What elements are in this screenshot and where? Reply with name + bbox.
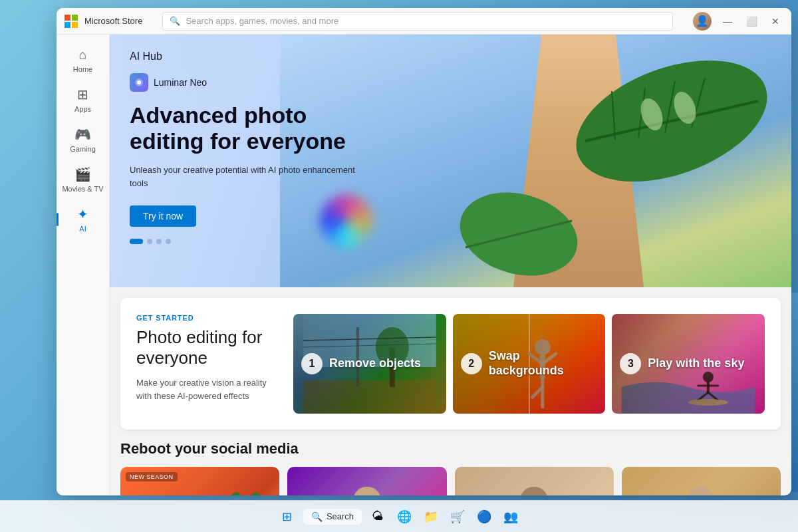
window-title: Microsoft Store	[84, 16, 142, 26]
start-button[interactable]: ⊞	[277, 506, 298, 527]
taskbar-edge2[interactable]: 🔵	[473, 506, 495, 527]
get-started-description: Make your creative vision a reality with…	[136, 376, 283, 402]
hero-banner: AI Hub Luminar Neo Advanced photo editin…	[110, 35, 791, 287]
sidebar-movies-label: Movies & TV	[62, 185, 103, 193]
gaming-icon: 🎮	[74, 126, 91, 142]
reboot-section: Reboot your social media New Season LOOK	[110, 440, 791, 495]
hero-section-label: AI Hub	[130, 51, 356, 63]
person-silhouette-3	[514, 480, 554, 495]
hero-app-badge: Luminar Neo	[130, 73, 356, 92]
movies-icon: 🎬	[74, 166, 91, 182]
taskbar-store[interactable]: 🛒	[447, 506, 468, 527]
hero-subtitle: Unleash your creative potential with AI …	[130, 164, 356, 190]
search-icon: 🔍	[170, 16, 180, 26]
hero-app-name: Luminar Neo	[154, 77, 207, 88]
card-content-3: 3 Play with the sky	[612, 314, 752, 414]
sidebar-item-home[interactable]: ⌂ Home	[62, 41, 104, 78]
reboot-card-2[interactable]	[287, 467, 446, 495]
tropical-leaf-small	[446, 168, 592, 287]
card-number-3: 3	[620, 353, 641, 374]
card-num-text-1: 1	[309, 358, 315, 370]
paw-icon	[219, 473, 273, 495]
luminar-icon	[130, 73, 148, 92]
hero-cta-button[interactable]: Try it now	[130, 205, 196, 227]
reboot-cards: New Season LOOK	[120, 467, 781, 495]
sidebar-item-movies-tv[interactable]: 🎬 Movies & TV	[62, 161, 104, 198]
card-number-2: 2	[461, 353, 482, 374]
card-num-text-3: 3	[628, 358, 634, 370]
dot-2[interactable]	[156, 239, 162, 244]
close-button[interactable]: ✕	[767, 13, 783, 29]
search-placeholder: Search apps, games, movies, and more	[186, 16, 338, 26]
dot-0[interactable]	[130, 239, 143, 244]
sidebar-home-label: Home	[73, 65, 92, 73]
window-controls: 👤 — ⬜ ✕	[693, 12, 783, 31]
sidebar-item-gaming[interactable]: 🎮 Gaming	[62, 121, 104, 158]
user-avatar[interactable]: 👤	[693, 12, 712, 31]
taskbar-search-label: Search	[327, 511, 354, 521]
gs-card-swap-backgrounds[interactable]: 2 Swap backgrounds	[453, 314, 606, 414]
card-label-2: Swap backgrounds	[489, 349, 598, 378]
gs-card-play-with-sky[interactable]: 3 Play with the sky	[612, 314, 765, 414]
get-started-cards: 1 Remove objects	[293, 314, 765, 414]
reboot-card-1[interactable]: New Season LOOK	[120, 467, 279, 495]
svg-point-41	[251, 492, 261, 495]
home-icon: ⌂	[78, 47, 86, 63]
svg-rect-2	[65, 22, 70, 28]
taskbar-search[interactable]: 🔍 Search	[303, 509, 362, 525]
main-content: AI Hub Luminar Neo Advanced photo editin…	[110, 35, 791, 495]
svg-point-15	[137, 80, 141, 84]
taskbar-widgets[interactable]: 🌤	[367, 506, 388, 527]
card-label-3: Play with the sky	[648, 356, 744, 371]
gs-card-remove-objects[interactable]: 1 Remove objects	[293, 314, 446, 414]
svg-rect-0	[65, 15, 70, 21]
hero-dots	[130, 239, 356, 244]
svg-rect-3	[72, 22, 78, 28]
svg-point-40	[231, 492, 241, 495]
sidebar-item-ai[interactable]: ✦ AI	[62, 201, 104, 238]
sidebar-gaming-label: Gaming	[70, 145, 96, 153]
get-started-section: GET STARTED Photo editing for everyone M…	[120, 298, 781, 430]
microsoft-store-window: Microsoft Store 🔍 Search apps, games, mo…	[57, 8, 791, 495]
sidebar: ⌂ Home ⊞ Apps 🎮 Gaming 🎬 Movies & TV ✦ A…	[57, 35, 110, 495]
ai-icon: ✦	[77, 206, 88, 222]
get-started-tag: GET STARTED	[136, 314, 283, 322]
get-started-left: GET STARTED Photo editing for everyone M…	[136, 314, 283, 414]
card-number-1: 1	[301, 353, 323, 374]
get-started-title: Photo editing for everyone	[136, 327, 283, 368]
reboot-card-1-badge: New Season	[126, 472, 178, 481]
reboot-card-3[interactable]	[455, 467, 614, 495]
sidebar-ai-label: AI	[79, 225, 86, 233]
ms-store-logo	[65, 15, 78, 28]
card-label-1: Remove objects	[329, 356, 421, 371]
person-silhouette-4	[681, 480, 721, 495]
hero-title: Advanced photo editing for everyone	[130, 102, 356, 154]
reboot-section-title: Reboot your social media	[120, 440, 781, 458]
reboot-card-4[interactable]	[622, 467, 781, 495]
svg-rect-1	[72, 15, 78, 21]
sidebar-item-apps[interactable]: ⊞ Apps	[62, 81, 104, 118]
sidebar-apps-label: Apps	[74, 105, 91, 113]
card-content-2: 2 Swap backgrounds	[453, 314, 606, 414]
maximize-button[interactable]: ⬜	[743, 13, 759, 29]
taskbar-teams[interactable]: 👥	[500, 506, 521, 527]
card-content-1: 1 Remove objects	[293, 314, 429, 414]
dot-3[interactable]	[166, 239, 171, 244]
taskbar-edge[interactable]: 🌐	[394, 506, 415, 527]
apps-icon: ⊞	[77, 86, 88, 102]
hero-content: AI Hub Luminar Neo Advanced photo editin…	[110, 35, 376, 287]
card-num-text-2: 2	[468, 358, 474, 370]
taskbar-explorer[interactable]: 📁	[420, 506, 442, 527]
taskbar: ⊞ 🔍 Search 🌤 🌐 📁 🛒 🔵 👥	[0, 500, 798, 532]
person-silhouette-2	[347, 480, 387, 495]
taskbar-search-icon: 🔍	[311, 511, 323, 522]
dot-1[interactable]	[147, 239, 152, 244]
window-body: ⌂ Home ⊞ Apps 🎮 Gaming 🎬 Movies & TV ✦ A…	[57, 35, 791, 495]
minimize-button[interactable]: —	[720, 13, 735, 29]
title-bar: Microsoft Store 🔍 Search apps, games, mo…	[57, 8, 791, 35]
search-bar[interactable]: 🔍 Search apps, games, movies, and more	[162, 12, 673, 31]
